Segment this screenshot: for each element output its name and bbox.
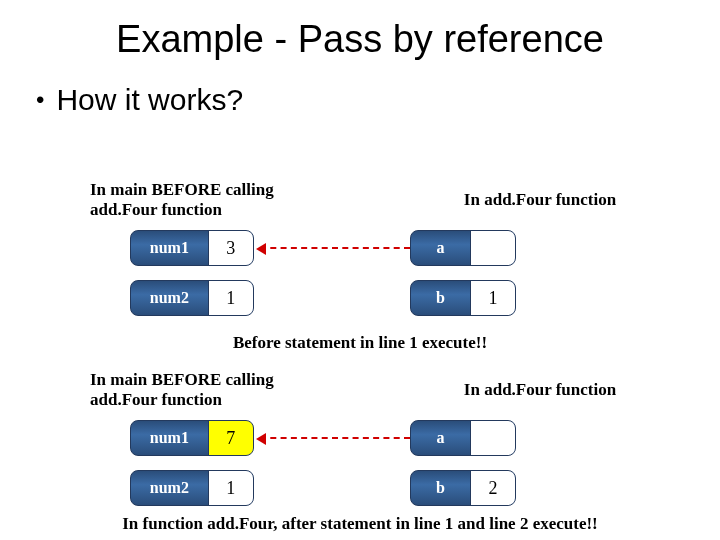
box-fn-a-before: a [410,230,516,266]
value-a-after [470,421,515,455]
reference-arrow-2 [260,437,410,439]
value-b-after: 2 [470,471,515,505]
caption-fn-2: In add.Four function [420,380,660,400]
value-b-before: 1 [470,281,515,315]
caption-main-before-1: In main BEFORE calling add.Four function [90,180,310,220]
box-fn-b-before: b 1 [410,280,516,316]
label-num2-2: num2 [131,471,208,505]
bullet-item: • How it works? [36,83,720,117]
caption-fn-1: In add.Four function [420,190,660,210]
box-main-num1-after: num1 7 [130,420,254,456]
box-main-num2-before: num2 1 [130,280,254,316]
label-num1: num1 [131,231,208,265]
slide-title: Example - Pass by reference [0,18,720,61]
value-a-before [470,231,515,265]
reference-arrow-1 [260,247,410,249]
bullet-dot-icon: • [36,86,44,114]
label-a: a [411,231,470,265]
caption-main-before-2: In main BEFORE calling add.Four function [90,370,320,410]
caption-middle: Before statement in line 1 execute!! [0,333,720,353]
label-b: b [411,281,470,315]
bullet-text: How it works? [56,83,243,117]
label-a-2: a [411,421,470,455]
value-num2-before: 1 [208,281,253,315]
box-fn-a-after: a [410,420,516,456]
box-fn-b-after: b 2 [410,470,516,506]
value-num1-after: 7 [208,421,253,455]
value-num1-before: 3 [208,231,253,265]
value-num2-after: 1 [208,471,253,505]
box-main-num1-before: num1 3 [130,230,254,266]
label-num1-2: num1 [131,421,208,455]
caption-bottom: In function add.Four, after statement in… [0,514,720,534]
box-main-num2-after: num2 1 [130,470,254,506]
label-b-2: b [411,471,470,505]
label-num2: num2 [131,281,208,315]
